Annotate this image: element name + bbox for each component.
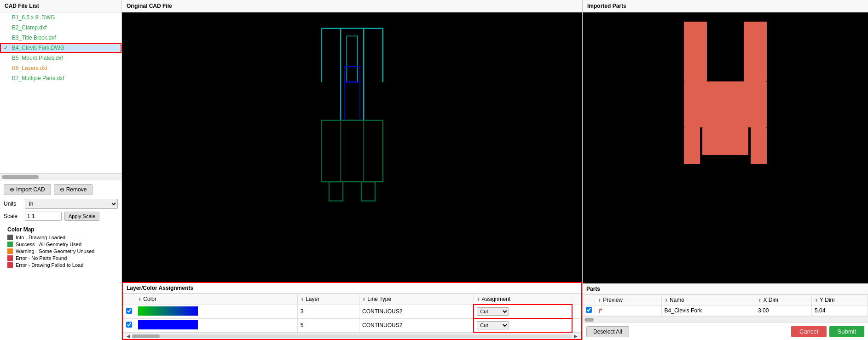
parts-col-ydim[interactable]: ⬍ Y Dim (811, 295, 868, 305)
file-list-scrollbar-h[interactable] (0, 173, 122, 180)
scroll-prev-btn[interactable]: ◀ (125, 334, 132, 339)
file-item-f7[interactable]: B7_Multiple Parts.dxf (0, 73, 122, 83)
layer-linetype-cell: CONTINUOUS2 (359, 318, 474, 332)
file-item-f1[interactable]: B1_6.5 x 8 .DWG (0, 12, 122, 23)
right-panel: Imported Parts (583, 0, 868, 340)
file-item-f4[interactable]: ✓ B4_Clevis Fork.DWG (0, 43, 122, 53)
units-select[interactable]: in mm cm (25, 199, 118, 209)
check-icon: ✓ (4, 45, 10, 51)
parts-name-cell: B4_Clevis Fork (661, 305, 755, 316)
layer-extra-cell (572, 305, 581, 318)
cad-canvas (122, 12, 582, 282)
color-indicator (7, 235, 13, 240)
scale-label: Scale (4, 213, 22, 219)
svg-rect-0 (122, 21, 582, 274)
layer-extra-cell (572, 318, 581, 332)
layer-color-cell (135, 318, 298, 332)
filename: B2_Clamp.dxf (12, 24, 118, 31)
parts-table: ⬍ Preview ⬍ Name ⬍ X Dim ⬍ (583, 294, 868, 316)
color-map-label: Success - All Geometry Used (16, 242, 81, 247)
layer-checkbox[interactable] (126, 308, 132, 314)
layer-checkbox-cell[interactable] (123, 305, 135, 318)
minus-icon: ⊖ (60, 186, 64, 193)
parts-ydim-cell: 5.04 (811, 305, 868, 316)
layer-table-scrollbar[interactable]: ◀ ▶ (123, 333, 581, 339)
col-extra (572, 294, 581, 305)
sort-icon: ⬍ (477, 297, 480, 302)
parts-col-xdim[interactable]: ⬍ X Dim (755, 295, 812, 305)
center-panel: Original CAD File (122, 0, 583, 340)
file-list[interactable]: B1_6.5 x 8 .DWG B2_Clamp.dxf B3_Title Bl… (0, 12, 122, 173)
layer-row: 5 CONTINUOUS2 CutScoreIgnore (123, 318, 581, 332)
filename: B4_Clevis Fork.DWG (12, 45, 118, 51)
color-indicator (7, 242, 13, 247)
scroll-next-btn[interactable]: ▶ (572, 334, 579, 339)
filename: B3_Title Block.dxf (12, 35, 118, 41)
parts-col-preview[interactable]: ⬍ Preview (595, 295, 662, 305)
color-map-item-cm1: Info - Drawing Loaded (7, 235, 114, 240)
assignment-select[interactable]: CutScoreIgnore (477, 307, 509, 316)
layer-assignment-cell[interactable]: CutScoreIgnore (474, 305, 572, 318)
parts-preview-cell: ↱ (595, 305, 662, 316)
color-map-label: Warning - Some Geometry Unused (16, 248, 94, 254)
file-item-f5[interactable]: B5_Mount Plates.dxf (0, 53, 122, 63)
file-item-f3[interactable]: B3_Title Block.dxf (0, 33, 122, 43)
parts-row: ↱ B4_Clevis Fork 3.00 5.04 (583, 305, 868, 316)
apply-scale-button[interactable]: Apply Scale (64, 212, 99, 221)
assignment-select[interactable]: CutScoreIgnore (477, 321, 509, 329)
remove-button[interactable]: ⊖ Remove (54, 184, 93, 195)
parts-checkbox[interactable] (586, 307, 592, 313)
color-indicator (7, 248, 13, 254)
svg-rect-24 (712, 68, 739, 81)
col-color-header[interactable]: ⬍ Color (135, 294, 298, 305)
layer-assignments-title: Layer/Color Assignments (123, 283, 581, 294)
plus-icon: ⊕ (10, 186, 14, 193)
imported-parts-canvas (583, 12, 868, 283)
svg-rect-22 (751, 127, 767, 164)
sort-icon: ⬍ (301, 297, 304, 302)
col-linetype-header[interactable]: ⬍ Line Type (359, 294, 474, 305)
scroll-thumb (132, 334, 160, 338)
svg-rect-20 (702, 127, 748, 155)
layer-color-cell (135, 305, 298, 318)
parts-xdim-cell: 3.00 (755, 305, 812, 316)
file-item-f6[interactable]: B6_Layers.dxf (0, 63, 122, 73)
scroll-track (132, 334, 572, 338)
sort-icon: ⬍ (598, 298, 602, 303)
svg-rect-17 (684, 22, 707, 81)
sort-icon: ⬍ (815, 298, 818, 303)
layer-linetype-cell: CONTINUOUS2 (359, 305, 474, 318)
imported-parts-title: Imported Parts (583, 0, 868, 12)
layer-checkbox-cell[interactable] (123, 318, 135, 332)
filename: B1_6.5 x 8 .DWG (12, 14, 118, 21)
layer-assignments-panel: Layer/Color Assignments ⬍ Color ⬍ Layer (122, 282, 582, 340)
color-map-label: Error - Drawing Failed to Load (16, 262, 83, 268)
color-map-item-cm5: Error - Drawing Failed to Load (7, 262, 114, 268)
import-cad-button[interactable]: ⊕ Import CAD (4, 184, 51, 195)
color-map-item-cm3: Warning - Some Geometry Unused (7, 248, 114, 254)
layer-assignment-cell[interactable]: CutScoreIgnore (474, 318, 572, 332)
color-map-title: Color Map (7, 226, 114, 233)
col-assignment-header[interactable]: ⬍ Assignment (474, 294, 572, 305)
deselect-all-button[interactable]: Deselect All (586, 326, 629, 337)
file-item-f2[interactable]: B2_Clamp.dxf (0, 23, 122, 33)
sort-icon: ⬍ (138, 297, 142, 302)
layer-checkbox[interactable] (126, 322, 132, 328)
bottom-buttons: Deselect All Cancel Submit (583, 323, 868, 340)
color-map-item-cm4: Error - No Parts Found (7, 255, 114, 261)
parts-table-scrollbar[interactable] (583, 316, 868, 323)
color-indicator (7, 262, 13, 268)
original-cad-title: Original CAD File (122, 0, 582, 12)
cancel-button[interactable]: Cancel (791, 326, 826, 337)
layer-number-cell: 5 (297, 318, 359, 332)
scale-input[interactable] (25, 212, 62, 221)
color-map-section: Color Map Info - Drawing Loaded Success … (4, 224, 118, 272)
parts-col-name[interactable]: ⬍ Name (661, 295, 755, 305)
col-layer-header[interactable]: ⬍ Layer (297, 294, 359, 305)
parts-checkbox-cell[interactable] (583, 305, 595, 316)
left-controls: ⊕ Import CAD ⊖ Remove Units in mm cm Sca… (0, 180, 122, 276)
svg-rect-19 (684, 81, 767, 127)
layer-row: 3 CONTINUOUS2 CutScoreIgnore (123, 305, 581, 318)
submit-button[interactable]: Submit (829, 326, 864, 337)
sort-icon: ⬍ (362, 297, 366, 302)
